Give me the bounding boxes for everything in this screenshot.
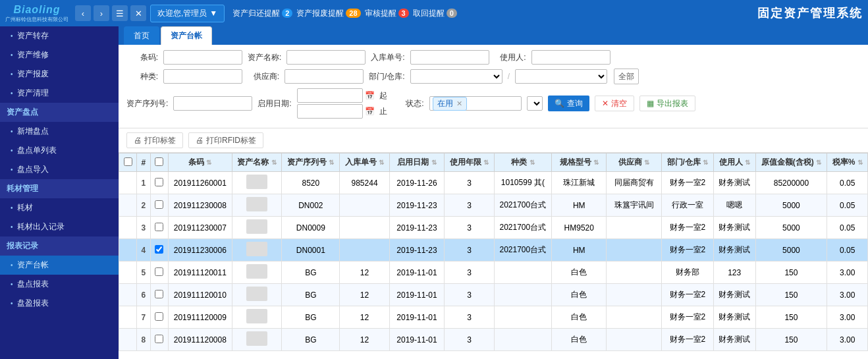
- welcome-button[interactable]: 欢迎您,管理员 ▼: [150, 5, 225, 22]
- close-button[interactable]: ✕: [130, 5, 146, 21]
- sidebar-item[interactable]: •盘点导入: [0, 160, 119, 179]
- alert-item[interactable]: 资产归还提醒 2: [232, 8, 292, 19]
- sidebar-item[interactable]: •盘点报表: [0, 275, 119, 294]
- sidebar-item[interactable]: •资产台帐: [0, 256, 119, 275]
- cell-type: 2021700台式: [494, 194, 551, 217]
- sidebar-item[interactable]: •资产转存: [0, 26, 119, 45]
- cell-price: 150: [755, 262, 827, 284]
- tab-资产台帐[interactable]: 资产台帐: [161, 26, 212, 45]
- cell-barcode: 201911230008: [168, 194, 232, 217]
- sidebar-item[interactable]: •新增盘点: [0, 122, 119, 141]
- user-input[interactable]: [531, 50, 610, 65]
- sort-dept-icon[interactable]: ⇅: [703, 159, 708, 166]
- table-row[interactable]: 8 201911120008 BG 12 2019-11-01 3 白色 财务一…: [119, 329, 868, 351]
- table-row[interactable]: 5 201911120011 BG 12 2019-11-01 3 白色 财务部…: [119, 262, 868, 284]
- alert-label: 资产报废提醒: [296, 8, 344, 19]
- cell-supplier: [607, 262, 661, 284]
- sort-name-icon[interactable]: ⇅: [271, 159, 277, 166]
- sidebar-item[interactable]: •耗材: [0, 198, 119, 217]
- back-button[interactable]: ‹: [75, 5, 91, 21]
- row-checkbox[interactable]: [155, 312, 163, 321]
- sidebar-dot: •: [11, 147, 13, 154]
- alert-item[interactable]: 审核提醒 3: [365, 8, 409, 19]
- row-checkbox[interactable]: [155, 245, 163, 254]
- print-label-button[interactable]: 🖨 打印标签: [126, 132, 183, 148]
- barcode-input[interactable]: [163, 50, 242, 65]
- user-label: 使用人:: [495, 52, 526, 63]
- row-checkbox[interactable]: [155, 178, 163, 186]
- query-button[interactable]: 🔍 查询: [548, 96, 589, 111]
- sidebar-item[interactable]: •资产维修: [0, 45, 119, 65]
- print-rfid-button[interactable]: 🖨 打印RFID标签: [188, 132, 263, 148]
- calendar-start-icon[interactable]: 📅: [365, 91, 375, 100]
- alert-item[interactable]: 取回提醒 0: [413, 8, 457, 19]
- cell-date: 2019-11-26: [389, 172, 444, 194]
- cell-date: 2019-11-01: [389, 284, 444, 306]
- table-row[interactable]: 6 201911120010 BG 12 2019-11-01 3 白色 财务一…: [119, 284, 868, 306]
- menu-button[interactable]: ☰: [112, 5, 128, 21]
- sort-serial-icon[interactable]: ⇅: [329, 159, 334, 166]
- row-checkbox[interactable]: [155, 290, 163, 298]
- alert-badge: 28: [346, 9, 360, 18]
- forward-button[interactable]: ›: [94, 5, 109, 21]
- export-button[interactable]: ▦ 导出报表: [639, 96, 695, 111]
- sort-date-icon[interactable]: ⇅: [431, 159, 437, 166]
- sidebar-dot: •: [11, 32, 13, 40]
- status-select[interactable]: [527, 96, 543, 111]
- row-checkbox[interactable]: [155, 267, 163, 276]
- cell-name: [232, 329, 281, 351]
- row-checkbox[interactable]: [155, 200, 163, 209]
- sidebar-item[interactable]: •盘点单列表: [0, 141, 119, 160]
- tab-首页[interactable]: 首页: [124, 26, 159, 45]
- inbound-no-input[interactable]: [410, 50, 489, 65]
- select-all-checkbox[interactable]: [124, 157, 132, 166]
- alert-item[interactable]: 资产报废提醒 28: [296, 8, 360, 19]
- end-date-input[interactable]: [297, 104, 363, 119]
- clear-button[interactable]: ✕ 清空: [595, 96, 634, 111]
- supplier-input[interactable]: [285, 69, 364, 84]
- cell-tax: 0.05: [827, 172, 868, 194]
- sidebar-item[interactable]: •盘盈报表: [0, 294, 119, 313]
- sort-years-icon[interactable]: ⇅: [483, 159, 489, 166]
- table-row[interactable]: 4 201911230006 DN0001 2019-11-23 3 20217…: [119, 239, 868, 262]
- type-input[interactable]: [163, 69, 242, 84]
- cell-user: 财务测试: [713, 284, 755, 306]
- dept-sub-select[interactable]: [515, 69, 607, 84]
- sort-price-icon[interactable]: ⇅: [816, 159, 821, 166]
- sort-type-icon[interactable]: ⇅: [529, 159, 535, 166]
- cell-spec: 白色: [552, 284, 607, 306]
- sort-barcode-icon[interactable]: ⇅: [206, 159, 211, 166]
- all-button[interactable]: 全部: [614, 69, 639, 84]
- table-row[interactable]: 3 201911230007 DN0009 2019-11-23 3 20217…: [119, 217, 868, 239]
- start-suffix: 起: [377, 90, 387, 101]
- sort-spec-icon[interactable]: ⇅: [593, 159, 599, 166]
- content-area: 首页资产台帐 条码: 资产名称: 入库单号: 使用人: 种类:: [119, 26, 868, 359]
- sidebar-item[interactable]: •资产清理: [0, 84, 119, 103]
- th-checkbox2: [150, 153, 168, 172]
- sort-tax-icon[interactable]: ⇅: [857, 159, 863, 166]
- calendar-end-icon[interactable]: 📅: [365, 107, 375, 116]
- status-clear-icon[interactable]: ✕: [456, 99, 462, 108]
- asset-name-input[interactable]: [286, 50, 366, 65]
- row-checkbox[interactable]: [155, 335, 163, 343]
- row-checkbox[interactable]: [155, 223, 163, 231]
- cell-dept: 财务一室2: [661, 239, 713, 262]
- sort-user-icon[interactable]: ⇅: [745, 159, 750, 166]
- serial-input[interactable]: [173, 96, 252, 111]
- cell-tax: 0.05: [827, 217, 868, 239]
- sidebar-item[interactable]: •耗材出入记录: [0, 217, 119, 236]
- table-row[interactable]: 2 201911230008 DN002 2019-11-23 3 202170…: [119, 194, 868, 217]
- select-all-checkbox2[interactable]: [155, 157, 163, 166]
- start-date-input[interactable]: [297, 88, 363, 103]
- dept-select[interactable]: [410, 69, 502, 84]
- table-row[interactable]: 1 201911260001 8520 985244 2019-11-26 3 …: [119, 172, 868, 194]
- cell-serial: BG: [282, 284, 340, 306]
- th-tax: 税率% ⇅: [827, 153, 868, 172]
- cell-serial: BG: [282, 329, 340, 351]
- cell-select: [150, 239, 168, 262]
- sidebar-item[interactable]: •资产报废: [0, 65, 119, 84]
- sort-inbound-icon[interactable]: ⇅: [379, 159, 384, 166]
- asset-image: [246, 331, 267, 346]
- table-row[interactable]: 7 201911120009 BG 12 2019-11-01 3 白色 财务一…: [119, 306, 868, 329]
- sort-supplier-icon[interactable]: ⇅: [644, 159, 649, 166]
